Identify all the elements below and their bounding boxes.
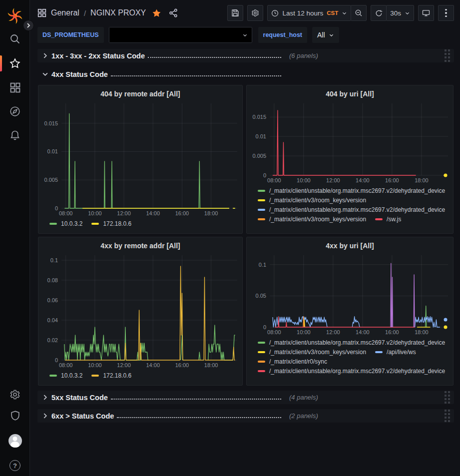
datasource-variable-select[interactable] (109, 27, 252, 43)
row-header-4xx[interactable]: 4xx Status Code (37, 67, 454, 81)
y-tick-label: 0.015 (44, 120, 58, 126)
kebab-icon (445, 9, 447, 17)
cycle-view-mode-button[interactable] (418, 5, 434, 21)
legend-item[interactable]: /_matrix/client/unstable/org.matrix.msc2… (258, 339, 445, 346)
plot-area[interactable] (61, 103, 237, 208)
bell-icon (9, 130, 20, 141)
plot-area[interactable] (270, 255, 448, 327)
x-axis: 08:0010:0012:0014:0016:0018:00 (270, 175, 448, 185)
row-drag-handle[interactable] (445, 391, 450, 404)
legend-item[interactable]: /_matrix/client/unstable/org.matrix.msc2… (258, 368, 445, 375)
legend-label: /_matrix/client/unstable/org.matrix.msc2… (269, 368, 445, 375)
legend-item[interactable]: /_matrix/client/v3/room_keys/version (258, 216, 366, 223)
favorite-star-icon[interactable] (152, 8, 161, 18)
datasource-variable-label[interactable]: DS_PROMETHEUS (37, 27, 104, 43)
x-tick-label: 14:00 (146, 362, 160, 368)
legend-item[interactable]: 172.18.0.6 (91, 372, 131, 379)
sidebar-item-search[interactable] (0, 29, 30, 49)
dashboard-settings-button[interactable] (247, 5, 263, 21)
sidebar-item-dashboards[interactable] (0, 77, 30, 97)
share-icon[interactable] (169, 8, 178, 17)
variable-datasource: DS_PROMETHEUS (37, 27, 252, 43)
sidebar-item-profile[interactable] (0, 431, 30, 451)
sidebar-item-alerting[interactable] (0, 125, 30, 145)
compass-icon (9, 106, 20, 117)
row-title-wrap: 4xx Status Code (48, 70, 282, 78)
more-options-button[interactable] (438, 5, 454, 21)
sidebar-item-configuration[interactable] (0, 385, 30, 405)
grafana-logo-icon (7, 8, 23, 24)
request-host-variable-select[interactable]: All (312, 27, 339, 43)
legend-item[interactable]: /api/live/ws (375, 349, 416, 356)
y-tick-label: 0 (55, 205, 58, 211)
zoom-out-button[interactable] (351, 5, 367, 21)
legend-swatch (49, 375, 57, 377)
dotted-leader (117, 417, 281, 418)
time-controls: Last 12 hours CST (267, 5, 367, 21)
sidebar-item-explore[interactable] (0, 101, 30, 121)
x-tick-label: 08:00 (267, 329, 281, 335)
panel-title[interactable]: 4xx by remote addr [All] (38, 237, 242, 254)
legend-label: /_matrix/client/unstable/org.matrix.msc2… (269, 206, 445, 213)
row-drag-handle[interactable] (445, 410, 450, 422)
avatar (8, 434, 22, 448)
x-tick-label: 18:00 (204, 210, 218, 216)
chevron-right-icon (26, 23, 31, 28)
chevron-down-icon (329, 32, 334, 38)
legend-item[interactable]: 172.18.0.6 (91, 220, 131, 227)
legend-item[interactable]: /_matrix/client/v3/room_keys/version (258, 349, 366, 356)
sidebar-item-server-admin[interactable] (0, 406, 30, 426)
panel-404-by-uri: 404 by uri [All] 00.0050.010.015 08:0010… (246, 85, 454, 234)
x-tick-label: 18:00 (415, 177, 429, 183)
legend-item[interactable]: 10.0.3.2 (49, 372, 82, 379)
refresh-interval-picker[interactable]: 30s (386, 5, 414, 21)
row-title-wrap: 6xx > Status Code (48, 412, 282, 420)
legend-label: /_matrix/client/v3/room_keys/version (269, 197, 366, 204)
row-header-5xx[interactable]: 5xx Status Code (4 panels) (37, 391, 454, 404)
legend-label: 10.0.3.2 (61, 372, 82, 379)
gear-icon (9, 389, 20, 400)
panel-title[interactable]: 4xx by uri [All] (247, 237, 453, 254)
legend-swatch (258, 199, 265, 201)
legend-label: /_matrix/client/r0/sync (269, 358, 327, 365)
plot-area[interactable] (270, 103, 448, 175)
legend-item[interactable]: /_matrix/client/unstable/org.matrix.msc2… (258, 206, 445, 213)
legend-swatch (49, 223, 57, 225)
y-tick-label: 0.05 (256, 293, 266, 299)
time-range-picker[interactable]: Last 12 hours CST (267, 5, 351, 21)
plot-area[interactable] (61, 255, 237, 360)
legend-label: /sw.js (387, 216, 401, 223)
legend-swatch (258, 342, 265, 344)
row-header-6xx[interactable]: 6xx > Status Code (2 panels) (37, 409, 454, 423)
sidebar-item-help[interactable]: ? (0, 456, 30, 476)
legend-item[interactable]: /_matrix/client/unstable/org.matrix.msc2… (258, 187, 445, 194)
sidebar-expand-button[interactable] (23, 20, 34, 31)
save-dashboard-button[interactable] (227, 5, 243, 21)
x-tick-label: 14:00 (356, 177, 370, 183)
legend: /_matrix/client/unstable/org.matrix.msc2… (250, 337, 448, 385)
legend-swatch (91, 375, 99, 377)
chart: 00.0050.010.015 08:0010:0012:0014:0016:0… (38, 102, 242, 233)
legend-swatch (258, 190, 265, 192)
legend-item[interactable]: 10.0.3.2 (49, 220, 82, 227)
row-header-1xx-3xx-2xx[interactable]: 1xx - 3xx - 2xx Status Code (6 panels) (37, 49, 454, 62)
panel-title[interactable]: 404 by uri [All] (247, 85, 453, 102)
y-tick-label: 0.015 (252, 114, 266, 120)
row-drag-handle[interactable] (445, 49, 450, 62)
breadcrumb-section[interactable]: General (51, 8, 79, 17)
legend-item[interactable]: /sw.js (375, 216, 401, 223)
legend-item[interactable]: /_matrix/client/v3/room_keys/version (258, 197, 366, 204)
y-tick-label: 0.02 (47, 337, 58, 343)
clock-icon (271, 9, 279, 17)
chevron-down-icon (342, 10, 347, 16)
chevron-down-icon (238, 32, 252, 38)
refresh-button[interactable] (371, 5, 387, 21)
variable-request-host: request_host All (258, 27, 339, 43)
x-tick-label: 12:00 (326, 329, 340, 335)
x-tick-label: 14:00 (356, 329, 370, 335)
request-host-variable-label[interactable]: request_host (258, 27, 308, 43)
panel-title[interactable]: 404 by remote addr [All] (38, 85, 242, 102)
series-end-dot (444, 318, 447, 321)
sidebar-item-starred[interactable] (0, 53, 30, 73)
legend-item[interactable]: /_matrix/client/r0/sync (258, 358, 327, 365)
